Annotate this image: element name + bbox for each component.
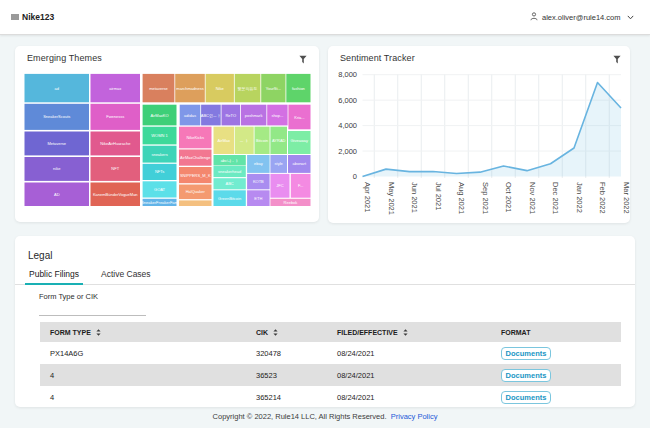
svg-text:SneakerScouts: SneakerScouts bbox=[43, 114, 70, 119]
svg-text:AD: AD bbox=[54, 192, 60, 197]
svg-text:NFT: NFT bbox=[111, 166, 119, 171]
svg-text:abc냐 - ㅑ: abc냐 - ㅑ bbox=[221, 158, 239, 163]
svg-text:nike: nike bbox=[53, 166, 61, 171]
svg-text:AirMaxChallenge: AirMaxChallenge bbox=[180, 155, 211, 160]
svg-text:YourSt...: YourSt... bbox=[266, 86, 281, 91]
svg-text:Feb 2022: Feb 2022 bbox=[598, 182, 607, 214]
svg-text:Kria...: Kria... bbox=[294, 115, 304, 120]
svg-text:ETH: ETH bbox=[254, 196, 262, 201]
svg-text:Jul 2021: Jul 2021 bbox=[434, 182, 443, 210]
svg-text:ad: ad bbox=[55, 86, 59, 91]
svg-text:GOAT: GOAT bbox=[154, 187, 166, 192]
svg-text:metaverse: metaverse bbox=[149, 86, 168, 91]
svg-text:Metaverse: Metaverse bbox=[47, 141, 66, 146]
svg-text:shop...: shop... bbox=[271, 113, 283, 118]
svg-text:JFC: JFC bbox=[276, 183, 283, 188]
svg-text:adidas: adidas bbox=[184, 113, 196, 118]
svg-text:0: 0 bbox=[353, 172, 357, 181]
svg-text:AirMax: AirMax bbox=[218, 138, 230, 143]
svg-text:Apr 2021: Apr 2021 bbox=[363, 182, 372, 212]
svg-text:Jan 2022: Jan 2022 bbox=[575, 182, 584, 213]
svg-text:SneakerFreakerFam: SneakerFreakerFam bbox=[141, 200, 178, 205]
svg-text:Nike: Nike bbox=[216, 86, 225, 91]
svg-text:8,000: 8,000 bbox=[338, 70, 357, 79]
svg-text:Nov 2021: Nov 2021 bbox=[528, 182, 537, 214]
svg-text:poshmark: poshmark bbox=[245, 113, 263, 118]
svg-text:fashion: fashion bbox=[292, 86, 305, 91]
svg-text:ABC: ABC bbox=[226, 181, 234, 186]
svg-text:NikeKicks: NikeKicks bbox=[186, 135, 204, 140]
svg-text:Giveaway: Giveaway bbox=[290, 138, 308, 143]
svg-text:Sep 2021: Sep 2021 bbox=[481, 182, 490, 214]
svg-text:2,000: 2,000 bbox=[338, 147, 357, 156]
svg-text:style: style bbox=[275, 161, 284, 166]
svg-text:Bitcoin: Bitcoin bbox=[256, 138, 268, 143]
svg-text:F...: F... bbox=[298, 183, 303, 188]
svg-text:Oct 2021: Oct 2021 bbox=[504, 182, 513, 212]
svg-text:Aug 2021: Aug 2021 bbox=[457, 182, 466, 214]
svg-text:Dec 2021: Dec 2021 bbox=[551, 182, 560, 214]
svg-text:ㅡ ㅑ: ㅡ ㅑ bbox=[240, 138, 249, 143]
svg-text:WOMN 1: WOMN 1 bbox=[151, 133, 168, 138]
svg-text:AYRAD: AYRAD bbox=[272, 138, 286, 143]
svg-text:NFTs: NFTs bbox=[155, 169, 164, 174]
svg-text:KanemBünderVogueMan: KanemBünderVogueMan bbox=[93, 192, 138, 197]
svg-text:abonart: abonart bbox=[292, 161, 306, 166]
svg-text:marchmadness: marchmadness bbox=[176, 86, 203, 91]
svg-text:SNIPPERS_M_K: SNIPPERS_M_K bbox=[180, 173, 211, 178]
svg-text:Mar 2022: Mar 2022 bbox=[622, 182, 631, 214]
svg-text:GreenBitcoin: GreenBitcoin bbox=[218, 196, 241, 201]
svg-text:Fwenesss: Fwenesss bbox=[106, 114, 124, 119]
svg-text:6,000: 6,000 bbox=[338, 96, 357, 105]
svg-text:AirMaxKO: AirMaxKO bbox=[150, 113, 168, 118]
svg-text:airmax: airmax bbox=[109, 86, 121, 91]
svg-text:KOTB: KOTB bbox=[253, 179, 264, 184]
svg-text:sneakerhead: sneakerhead bbox=[218, 169, 241, 174]
svg-text:sneakers: sneakers bbox=[151, 152, 167, 157]
svg-text:Jun 2021: Jun 2021 bbox=[410, 182, 419, 213]
svg-text:ABC인ㅡㅏ: ABC인ㅡㅏ bbox=[201, 113, 221, 118]
svg-text:HalQuaker: HalQuaker bbox=[186, 189, 206, 194]
svg-text:ebay: ebay bbox=[254, 161, 263, 166]
svg-text:ReTO: ReTO bbox=[225, 113, 236, 118]
svg-text:4,000: 4,000 bbox=[338, 121, 357, 130]
svg-text:Reebok: Reebok bbox=[284, 200, 298, 205]
svg-text:NikeAirHuarache: NikeAirHuarache bbox=[100, 141, 131, 146]
svg-text:May 2021: May 2021 bbox=[387, 182, 396, 215]
